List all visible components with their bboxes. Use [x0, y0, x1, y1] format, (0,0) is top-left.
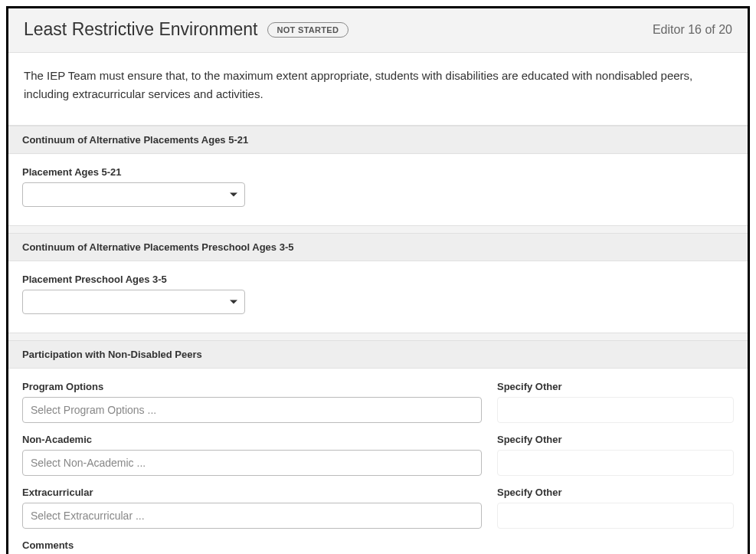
section-body-cap-5-21: Placement Ages 5-21 [8, 154, 748, 225]
placement-5-21-select-wrap [22, 182, 245, 207]
section-gap [8, 333, 748, 340]
non-academic-specify-label: Specify Other [497, 434, 734, 445]
col-program-options: Program Options [22, 381, 482, 423]
placement-3-5-select-wrap [22, 290, 245, 314]
placement-3-5-label: Placement Preschool Ages 3-5 [22, 274, 734, 285]
section-header-cap-3-5: Continuum of Alternative Placements Pres… [8, 233, 748, 261]
program-options-label: Program Options [22, 381, 482, 392]
non-academic-label: Non-Academic [22, 434, 482, 445]
editor-container: Least Restrictive Environment NOT STARTE… [6, 6, 750, 554]
status-badge: NOT STARTED [267, 22, 349, 38]
header: Least Restrictive Environment NOT STARTE… [8, 8, 748, 53]
col-extracurricular: Extracurricular [22, 487, 482, 529]
non-academic-input[interactable] [22, 450, 482, 476]
extracurricular-input[interactable] [22, 503, 482, 529]
placement-5-21-select[interactable] [22, 182, 245, 207]
non-academic-specify-input[interactable] [497, 450, 734, 476]
editor-count: Editor 16 of 20 [653, 23, 732, 37]
extracurricular-specify-label: Specify Other [497, 487, 734, 498]
header-left: Least Restrictive Environment NOT STARTE… [24, 19, 349, 40]
comments-label: Comments [22, 539, 734, 551]
section-body-participation: Program Options Specify Other Non-Academ… [8, 369, 748, 554]
col-non-academic: Non-Academic [22, 434, 482, 476]
section-gap [8, 225, 748, 233]
extracurricular-specify-input[interactable] [497, 503, 734, 529]
section-body-cap-3-5: Placement Preschool Ages 3-5 [8, 261, 748, 333]
row-comments: Comments [22, 539, 734, 554]
row-extracurricular: Extracurricular Specify Other [22, 487, 734, 529]
placement-3-5-select[interactable] [22, 290, 245, 314]
intro-text: The IEP Team must ensure that, to the ma… [8, 53, 748, 126]
program-options-input[interactable] [22, 397, 482, 423]
row-program-options: Program Options Specify Other [22, 381, 734, 423]
extracurricular-label: Extracurricular [22, 487, 482, 498]
section-header-cap-5-21: Continuum of Alternative Placements Ages… [8, 126, 748, 154]
page-title: Least Restrictive Environment [24, 19, 258, 40]
row-non-academic: Non-Academic Specify Other [22, 434, 734, 476]
placement-5-21-label: Placement Ages 5-21 [22, 166, 734, 178]
program-options-specify-input[interactable] [497, 397, 734, 423]
col-program-options-other: Specify Other [497, 381, 734, 423]
col-extracurricular-other: Specify Other [497, 487, 734, 529]
program-options-specify-label: Specify Other [497, 381, 734, 392]
col-non-academic-other: Specify Other [497, 434, 734, 476]
section-header-participation: Participation with Non-Disabled Peers [8, 340, 748, 369]
